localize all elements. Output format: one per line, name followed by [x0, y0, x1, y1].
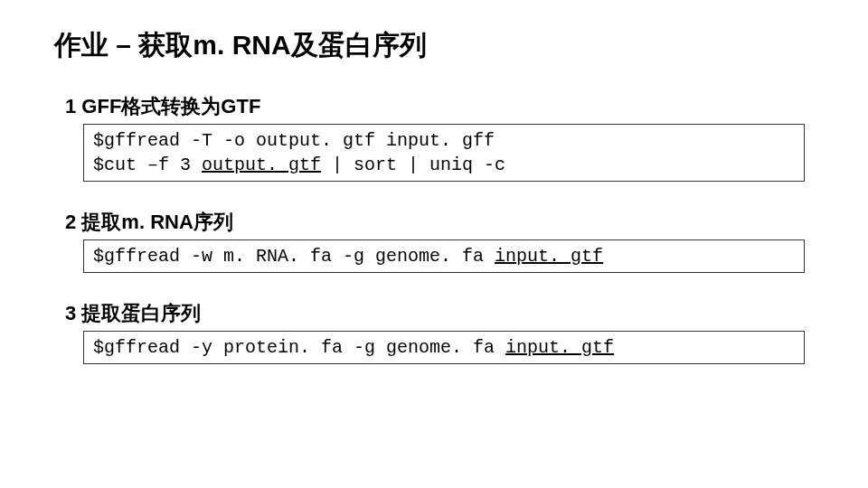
- section-1: 1 GFF格式转换为GTF $gffread -T -o output. gtf…: [54, 93, 814, 182]
- code-text: $cut –f 3: [93, 155, 202, 175]
- code-underlined: input. gtf: [505, 337, 614, 358]
- code-text: $gffread -w m. RNA. fa -g genome. fa: [93, 246, 495, 267]
- section-2-heading: 2 提取m. RNA序列: [65, 209, 814, 236]
- section-1-heading: 1 GFF格式转换为GTF: [65, 93, 814, 120]
- code-line: $cut –f 3 output. gtf | sort | uniq -c: [93, 153, 795, 177]
- code-text: $gffread -T -o output. gtf input. gff: [93, 130, 495, 151]
- code-line: $gffread -y protein. fa -g genome. fa in…: [93, 335, 795, 360]
- code-line: $gffread -w m. RNA. fa -g genome. fa inp…: [93, 244, 795, 268]
- code-line: $gffread -T -o output. gtf input. gff: [93, 128, 795, 153]
- page-title: 作业 – 获取m. RNA及蛋白序列: [54, 27, 814, 64]
- section-3: 3 提取蛋白序列 $gffread -y protein. fa -g geno…: [54, 300, 814, 364]
- code-underlined: output. gtf: [202, 155, 321, 175]
- section-1-code: $gffread -T -o output. gtf input. gff$cu…: [83, 124, 805, 182]
- section-2: 2 提取m. RNA序列 $gffread -w m. RNA. fa -g g…: [54, 209, 814, 273]
- section-3-heading: 3 提取蛋白序列: [65, 300, 814, 327]
- code-text: $gffread -y protein. fa -g genome. fa: [93, 337, 505, 358]
- section-2-code: $gffread -w m. RNA. fa -g genome. fa inp…: [83, 239, 805, 273]
- code-text: | sort | uniq -c: [321, 155, 505, 175]
- section-3-code: $gffread -y protein. fa -g genome. fa in…: [83, 331, 805, 364]
- code-underlined: input. gtf: [495, 246, 603, 267]
